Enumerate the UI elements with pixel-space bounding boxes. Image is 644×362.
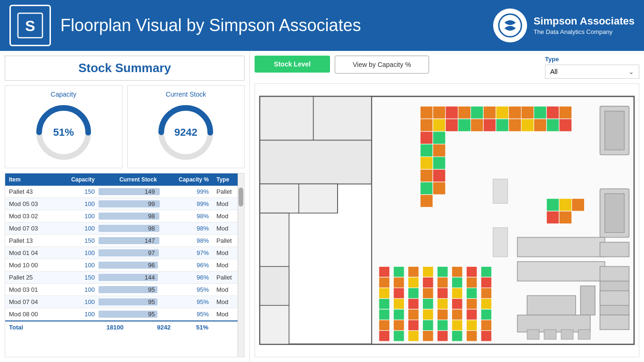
cell-capacity: 150 [56, 272, 99, 284]
header-logo-box: S [9, 5, 51, 46]
svg-rect-108 [481, 266, 492, 277]
cell-capacity-pct: 95% [161, 296, 213, 308]
svg-rect-76 [408, 298, 419, 309]
svg-rect-86 [422, 330, 433, 341]
footer-capacity: 18100 [90, 324, 127, 331]
svg-rect-131 [561, 329, 573, 339]
svg-rect-43 [420, 132, 433, 144]
svg-rect-70 [394, 309, 405, 320]
svg-rect-66 [394, 266, 405, 277]
cell-capacity: 100 [56, 308, 99, 321]
table-row[interactable]: Mod 10 00 100 96 96% Mod [5, 259, 244, 272]
cell-item: Mod 10 00 [5, 259, 56, 272]
cell-capacity: 100 [56, 259, 99, 272]
capacity-value: 51% [53, 126, 74, 139]
scroll-indicator[interactable] [238, 173, 244, 357]
svg-rect-94 [452, 266, 462, 277]
cell-capacity: 150 [56, 186, 99, 198]
floorplan-svg [255, 84, 639, 357]
type-select[interactable]: All ⌄ [545, 65, 639, 79]
svg-rect-40 [534, 119, 546, 132]
current-stock-gauge-card: Current Stock 9242 [127, 85, 245, 168]
table-row[interactable]: Mod 07 04 100 95 95% Mod [5, 296, 244, 308]
svg-rect-118 [605, 194, 624, 232]
capacity-gauge-card: Capacity 51% [5, 85, 123, 168]
table-row[interactable]: Pallet 25 150 144 96% Pallet [5, 272, 244, 284]
svg-rect-125 [600, 242, 629, 257]
table-row[interactable]: Pallet 43 150 149 99% Pallet [5, 186, 244, 198]
cell-capacity-pct: 95% [161, 284, 213, 296]
svg-rect-71 [394, 320, 405, 331]
svg-rect-113 [481, 320, 492, 331]
cell-item: Pallet 13 [5, 235, 56, 247]
svg-rect-122 [580, 286, 595, 315]
stock-level-button[interactable]: Stock Level [255, 56, 330, 73]
svg-rect-102 [466, 277, 477, 288]
svg-rect-21 [446, 106, 458, 119]
svg-rect-52 [433, 182, 446, 195]
svg-rect-89 [437, 288, 448, 299]
svg-rect-74 [408, 277, 419, 288]
svg-rect-29 [546, 106, 559, 119]
svg-rect-99 [452, 320, 462, 331]
footer-item-label: Total [9, 324, 90, 331]
cell-stock: 98 [99, 222, 161, 235]
floorplan-container [255, 83, 639, 357]
col-header-item: Item [5, 173, 56, 186]
table-row[interactable]: Mod 07 03 100 98 98% Mod [5, 222, 244, 235]
svg-rect-38 [509, 119, 521, 132]
svg-rect-107 [466, 330, 477, 341]
svg-rect-104 [466, 298, 477, 309]
svg-rect-28 [534, 106, 546, 119]
main-content: Stock Summary Capacity 51% Current Stock [0, 51, 644, 362]
cell-item: Mod 03 02 [5, 210, 56, 222]
brand-logo-icon [498, 13, 522, 38]
brand-name: Simpson Associates [534, 15, 635, 28]
svg-rect-37 [496, 119, 509, 132]
svg-rect-46 [433, 144, 446, 157]
svg-rect-58 [559, 211, 572, 224]
stock-table: Item Capacity Current Stock Capacity % T… [5, 173, 244, 321]
svg-rect-111 [481, 298, 492, 309]
svg-rect-49 [420, 169, 433, 182]
svg-rect-11 [314, 97, 372, 140]
svg-rect-35 [471, 119, 483, 132]
cell-item: Mod 07 03 [5, 222, 56, 235]
left-panel: Stock Summary Capacity 51% Current Stock [0, 51, 250, 362]
table-row[interactable]: Mod 05 03 100 99 99% Mod [5, 198, 244, 210]
svg-rect-80 [422, 266, 433, 277]
cell-capacity: 100 [56, 198, 99, 210]
table-row[interactable]: Pallet 13 150 147 98% Pallet [5, 235, 244, 247]
table-row[interactable]: Mod 01 04 100 97 97% Mod [5, 247, 244, 259]
svg-rect-72 [394, 330, 405, 341]
cell-capacity-pct: 96% [161, 259, 213, 272]
svg-rect-22 [458, 106, 471, 119]
svg-rect-88 [437, 277, 448, 288]
view-capacity-button[interactable]: View by Capacity % [335, 56, 429, 74]
svg-rect-133 [493, 228, 508, 257]
table-row[interactable]: Mod 03 02 100 98 98% Mod [5, 210, 244, 222]
table-row[interactable]: Mod 08 00 100 95 95% Mod [5, 308, 244, 321]
app-title: Floorplan Visual by Simpson Associates [60, 16, 493, 35]
svg-rect-65 [379, 330, 390, 341]
svg-rect-10 [260, 97, 313, 140]
current-stock-gauge: 9242 [155, 102, 216, 163]
svg-rect-14 [299, 184, 338, 213]
col-header-capacity-pct: Capacity % [161, 173, 213, 186]
table-row[interactable]: Mod 03 01 100 95 95% Mod [5, 284, 244, 296]
capacity-label: Capacity [51, 90, 76, 98]
svg-rect-61 [379, 288, 390, 299]
current-stock-label: Current Stock [165, 90, 206, 98]
cell-capacity-pct: 98% [161, 222, 213, 235]
svg-rect-126 [600, 266, 629, 281]
svg-rect-87 [437, 266, 448, 277]
cell-capacity-pct: 95% [161, 308, 213, 321]
svg-rect-84 [422, 309, 433, 320]
cell-stock: 98 [99, 210, 161, 222]
svg-rect-97 [452, 298, 462, 309]
brand-subtitle: The Data Analytics Company [534, 28, 635, 36]
svg-rect-54 [546, 198, 559, 211]
brand-logo [493, 8, 527, 42]
svg-rect-55 [559, 198, 572, 211]
svg-rect-132 [578, 329, 590, 339]
